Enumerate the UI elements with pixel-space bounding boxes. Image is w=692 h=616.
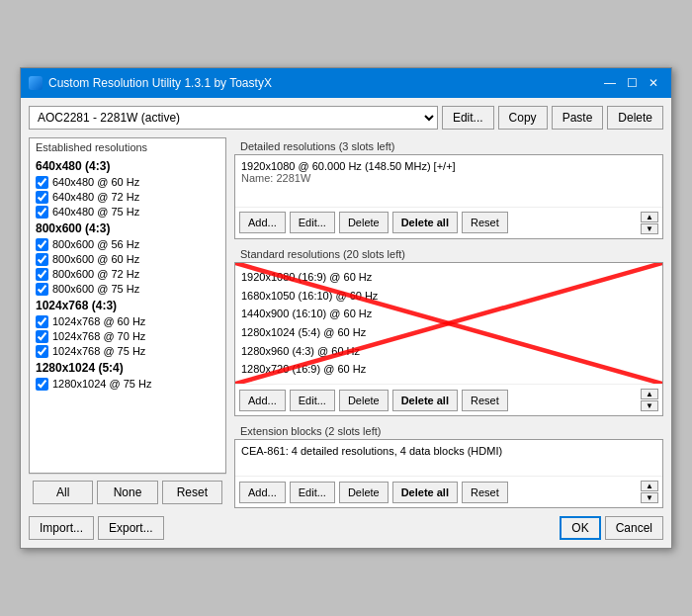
standard-delete-button[interactable]: Delete — [339, 390, 389, 411]
standard-up-button[interactable]: ▲ — [641, 389, 658, 399]
list-item: 1024x768 @ 60 Hz — [36, 314, 219, 329]
established-buttons: All None Reset — [29, 474, 226, 508]
window-controls: — ☐ ✕ — [600, 73, 663, 93]
group-1024: 1024x768 (4:3) — [36, 297, 219, 314]
checkbox-1280-75[interactable] — [36, 378, 48, 391]
standard-label: Standard resolutions (20 slots left) — [234, 245, 663, 262]
res-label: 1024x768 @ 70 Hz — [52, 330, 145, 342]
window-content: AOC2281 - 2281W (active) Edit... Copy Pa… — [21, 98, 671, 548]
extension-buttons: Add... Edit... Delete Delete all Reset ▲… — [235, 476, 662, 507]
detailed-reset-button[interactable]: Reset — [462, 212, 508, 233]
extension-box: CEA-861: 4 detailed resolutions, 4 data … — [234, 439, 663, 508]
res-label: 640x480 @ 72 Hz — [52, 191, 139, 203]
standard-deleteall-button[interactable]: Delete all — [392, 390, 458, 411]
minimize-button[interactable]: — — [600, 73, 620, 93]
left-panel: Established resolutions 640x480 (4:3) 64… — [29, 137, 226, 508]
checkbox-800-75[interactable] — [36, 283, 48, 296]
standard-section: Standard resolutions (20 slots left) 192… — [234, 245, 663, 416]
standard-line-3: 1280x1024 (5:4) @ 60 Hz — [241, 323, 656, 342]
detailed-edit-button[interactable]: Edit... — [290, 212, 335, 233]
copy-button[interactable]: Copy — [498, 106, 548, 130]
standard-buttons: Add... Edit... Delete Delete all Reset ▲… — [235, 384, 662, 415]
list-item: 1024x768 @ 75 Hz — [36, 344, 219, 359]
standard-reset-button[interactable]: Reset — [462, 390, 508, 411]
extension-reset-button[interactable]: Reset — [462, 482, 508, 503]
detailed-line2: Name: 2281W — [241, 172, 656, 184]
established-label: Established resolutions — [30, 138, 225, 155]
window-title: Custom Resolution Utility 1.3.1 by Toast… — [48, 76, 272, 90]
detailed-up-button[interactable]: ▲ — [641, 212, 658, 222]
checkbox-1024-70[interactable] — [36, 330, 48, 343]
checkbox-800-56[interactable] — [36, 238, 48, 251]
paste-button[interactable]: Paste — [552, 106, 604, 130]
extension-text: CEA-861: 4 detailed resolutions, 4 data … — [241, 445, 656, 457]
standard-line-1: 1680x1050 (16:10) @ 60 Hz — [241, 287, 656, 306]
detailed-line1: 1920x1080 @ 60.000 Hz (148.50 MHz) [+/+] — [241, 160, 656, 172]
res-label: 1024x768 @ 75 Hz — [52, 345, 145, 357]
standard-line-5: 1280x720 (16:9) @ 60 Hz — [241, 360, 656, 379]
res-label: 640x480 @ 60 Hz — [52, 176, 139, 188]
checkbox-1024-75[interactable] — [36, 345, 48, 358]
top-bar: AOC2281 - 2281W (active) Edit... Copy Pa… — [29, 106, 663, 130]
checkbox-640-60[interactable] — [36, 176, 48, 189]
cancel-button[interactable]: Cancel — [605, 516, 663, 540]
standard-box: 1920x1080 (16:9) @ 60 Hz 1680x1050 (16:1… — [234, 262, 663, 416]
extension-updown: ▲ ▼ — [641, 481, 658, 503]
list-item: 640x480 @ 75 Hz — [36, 205, 219, 220]
detailed-content: 1920x1080 @ 60.000 Hz (148.50 MHz) [+/+]… — [235, 155, 662, 207]
monitor-select[interactable]: AOC2281 - 2281W (active) — [29, 106, 438, 130]
all-button[interactable]: All — [33, 481, 93, 504]
right-panel: Detailed resolutions (3 slots left) 1920… — [234, 137, 663, 508]
extension-delete-button[interactable]: Delete — [339, 482, 389, 503]
standard-edit-button[interactable]: Edit... — [290, 390, 335, 411]
bottom-left: Import... Export... — [29, 516, 164, 540]
detailed-label: Detailed resolutions (3 slots left) — [234, 137, 663, 154]
standard-updown: ▲ ▼ — [641, 389, 658, 411]
edit-button[interactable]: Edit... — [442, 106, 494, 130]
standard-down-button[interactable]: ▼ — [641, 400, 658, 411]
extension-add-button[interactable]: Add... — [239, 482, 286, 503]
res-label: 800x600 @ 72 Hz — [52, 268, 139, 280]
detailed-down-button[interactable]: ▼ — [641, 223, 658, 234]
checkbox-800-60[interactable] — [36, 253, 48, 266]
detailed-section: Detailed resolutions (3 slots left) 1920… — [234, 137, 663, 239]
res-label: 1280x1024 @ 75 Hz — [52, 378, 151, 390]
maximize-button[interactable]: ☐ — [622, 73, 642, 93]
reset-button[interactable]: Reset — [162, 481, 222, 504]
extension-deleteall-button[interactable]: Delete all — [392, 482, 458, 503]
delete-button[interactable]: Delete — [607, 106, 663, 130]
extension-up-button[interactable]: ▲ — [641, 481, 658, 491]
group-800: 800x600 (4:3) — [36, 220, 219, 237]
import-button[interactable]: Import... — [29, 516, 94, 540]
checkbox-1024-60[interactable] — [36, 315, 48, 328]
bottom-right: OK Cancel — [560, 516, 663, 540]
close-button[interactable]: ✕ — [644, 73, 663, 93]
checkbox-640-72[interactable] — [36, 191, 48, 204]
standard-add-button[interactable]: Add... — [239, 390, 286, 411]
list-item: 640x480 @ 72 Hz — [36, 190, 219, 205]
extension-section: Extension blocks (2 slots left) CEA-861:… — [234, 422, 663, 508]
list-item: 800x600 @ 75 Hz — [36, 282, 219, 297]
list-item: 1024x768 @ 70 Hz — [36, 329, 219, 344]
detailed-buttons: Add... Edit... Delete Delete all Reset ▲… — [235, 207, 662, 238]
list-item: 640x480 @ 60 Hz — [36, 175, 219, 190]
standard-content: 1920x1080 (16:9) @ 60 Hz 1680x1050 (16:1… — [235, 263, 662, 384]
standard-line-4: 1280x960 (4:3) @ 60 Hz — [241, 342, 656, 361]
detailed-deleteall-button[interactable]: Delete all — [392, 212, 458, 233]
detailed-add-button[interactable]: Add... — [239, 212, 286, 233]
checkbox-800-72[interactable] — [36, 268, 48, 281]
detailed-box: 1920x1080 @ 60.000 Hz (148.50 MHz) [+/+]… — [234, 154, 663, 239]
checkbox-640-75[interactable] — [36, 206, 48, 219]
standard-line-2: 1440x900 (16:10) @ 60 Hz — [241, 305, 656, 323]
extension-down-button[interactable]: ▼ — [641, 492, 658, 503]
none-button[interactable]: None — [97, 481, 157, 504]
main-window: Custom Resolution Utility 1.3.1 by Toast… — [20, 67, 672, 549]
res-label: 800x600 @ 60 Hz — [52, 253, 139, 265]
ok-button[interactable]: OK — [560, 516, 600, 540]
group-640: 640x480 (4:3) — [36, 157, 219, 175]
extension-edit-button[interactable]: Edit... — [290, 482, 335, 503]
detailed-delete-button[interactable]: Delete — [339, 212, 389, 233]
export-button[interactable]: Export... — [98, 516, 164, 540]
res-label: 640x480 @ 75 Hz — [52, 206, 139, 218]
app-icon — [29, 76, 43, 90]
